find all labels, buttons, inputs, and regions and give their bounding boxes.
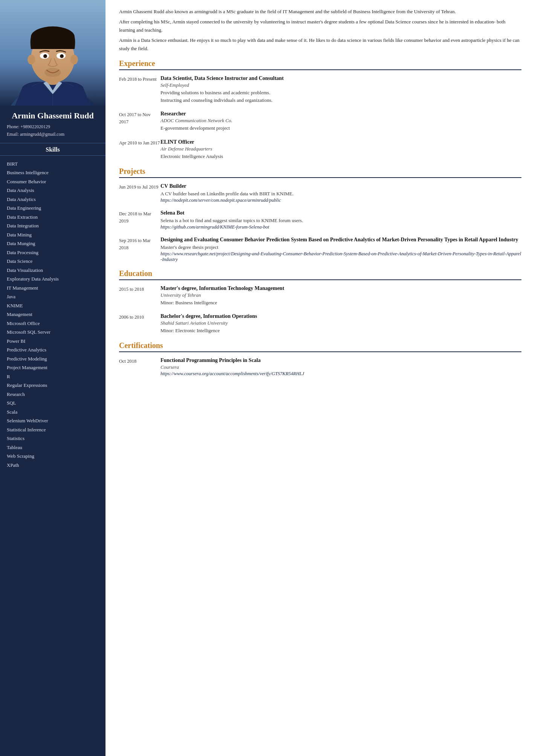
entry-title: Designing and Evaluating Consumer Behavi… [160, 237, 521, 243]
entry-date: 2015 to 2018 [119, 285, 160, 307]
entry-body: Bachelor's degree, Information Operation… [160, 313, 521, 334]
projects-section-header: Projects [119, 167, 521, 178]
entry-title: Master's degree, Information Technology … [160, 285, 521, 291]
skill-item: XPath [7, 461, 99, 470]
entry-subtitle: Air Defense Headquarters [160, 146, 521, 152]
entry-subtitle: Coursera [160, 364, 521, 370]
skill-item: SQL [7, 399, 99, 408]
email-line: Email: armingrudd@gmail.com [7, 130, 99, 138]
skill-item: Data Science [7, 257, 99, 266]
skill-item: R [7, 372, 99, 381]
entry-title: CV Builder [160, 183, 521, 189]
entry-date: Apr 2010 to Jan 2017 [119, 139, 160, 160]
skill-item: Statistical Inference [7, 425, 99, 434]
svg-point-11 [45, 55, 46, 56]
entry-title: Data Scientist, Data Science Instructor … [160, 75, 521, 81]
entry-title: Functional Programming Principles in Sca… [160, 357, 521, 363]
skill-item: Data Mining [7, 230, 99, 239]
skill-item: Data Munging [7, 239, 99, 248]
entry-title: Researcher [160, 111, 521, 117]
entry-date: Feb 2018 to Present [119, 75, 160, 104]
entry-desc: Selena is a bot to find and suggest simi… [160, 217, 521, 224]
skill-item: IT Management [7, 284, 99, 293]
svg-point-13 [44, 68, 61, 77]
skill-item: Data Extraction [7, 213, 99, 222]
entry-row: Apr 2010 to Jan 2017ELINT OfficerAir Def… [119, 139, 521, 160]
entry-title: Selena Bot [160, 210, 521, 216]
entry-date: Jun 2019 to Jul 2019 [119, 183, 160, 203]
skill-item: KNIME [7, 301, 99, 310]
entry-date: Oct 2017 to Nov 2017 [119, 111, 160, 132]
entry-subtitle: Self-Employed [160, 82, 521, 88]
skill-item: Data Integration [7, 221, 99, 230]
entry-date: Sep 2016 to Mar 2018 [119, 237, 160, 262]
contact-info: Phone: +989022020129 Email: armingrudd@g… [0, 123, 105, 143]
phone-line: Phone: +989022020129 [7, 123, 99, 130]
skill-item: Consumer Behavior [7, 177, 99, 186]
bio-paragraph-2: After completing his MSc, Armin stayed c… [119, 18, 521, 34]
skill-item: Data Visualization [7, 266, 99, 275]
entry-body: ELINT OfficerAir Defense HeadquartersEle… [160, 139, 521, 160]
email-label: Email: [7, 132, 19, 137]
skill-item: Research [7, 390, 99, 399]
skill-item: Data Engineering [7, 204, 99, 213]
svg-point-12 [61, 55, 63, 56]
entry-subtitle: Shahid Sattari Aviation University [160, 320, 521, 326]
bio-section: Armin Ghassemi Rudd also known as arming… [119, 8, 521, 52]
phone-value: +989022020129 [20, 124, 50, 129]
education-entries: 2015 to 2018Master's degree, Information… [119, 285, 521, 334]
profile-photo [0, 0, 105, 106]
entry-desc: Minor: Electronic Intelligence [160, 327, 521, 334]
entry-row: Feb 2018 to PresentData Scientist, Data … [119, 75, 521, 104]
entry-link[interactable]: https://nodepit.com/server/com.nodepit.s… [160, 198, 521, 203]
certifications-entries: Oct 2018Functional Programming Principle… [119, 357, 521, 377]
sidebar: Armin Ghassemi Rudd Phone: +989022020129… [0, 0, 105, 756]
entry-date: Oct 2018 [119, 357, 160, 377]
skill-item: Selenium WebDriver [7, 416, 99, 425]
skills-list: BIRTBusiness IntelligenceConsumer Behavi… [0, 157, 105, 477]
skill-item: Java [7, 292, 99, 301]
entry-link[interactable]: https://github.com/armingrudd/KNIME-foru… [160, 224, 521, 230]
experience-section-header: Experience [119, 59, 521, 70]
skill-item: Power BI [7, 337, 99, 346]
skill-item: Tableau [7, 443, 99, 452]
entry-body: Selena BotSelena is a bot to find and su… [160, 210, 521, 230]
entry-link[interactable]: https://www.coursera.org/account/accompl… [160, 371, 521, 377]
skill-item: Scala [7, 408, 99, 417]
entry-row: Jun 2019 to Jul 2019CV BuilderA CV build… [119, 183, 521, 203]
skill-item: Microsoft Office [7, 319, 99, 328]
entry-title: ELINT Officer [160, 139, 521, 145]
entry-body: CV BuilderA CV builder based on LinkedIn… [160, 183, 521, 203]
entry-body: Master's degree, Information Technology … [160, 285, 521, 307]
phone-label: Phone: [7, 124, 19, 129]
entry-row: Oct 2018Functional Programming Principle… [119, 357, 521, 377]
skill-item: Data Processing [7, 248, 99, 257]
entry-desc: E-government development project [160, 124, 521, 132]
resume-page: Armin Ghassemi Rudd Phone: +989022020129… [0, 0, 535, 756]
entry-row: Oct 2017 to Nov 2017ResearcherADOC Commu… [119, 111, 521, 132]
entry-desc: Electronic Intelligence Analysis [160, 153, 521, 160]
svg-point-6 [70, 55, 78, 64]
entry-link[interactable]: https://www.researchgate.net/project/Des… [160, 251, 521, 262]
entry-date: 2006 to 2010 [119, 313, 160, 334]
education-section-header: Education [119, 269, 521, 280]
photo-svg [0, 0, 105, 106]
skill-item: Data Analysis [7, 186, 99, 195]
skill-item: Data Analytics [7, 195, 99, 204]
skill-item: Predictive Analytics [7, 345, 99, 354]
entry-subtitle: ADOC Communication Network Co. [160, 118, 521, 124]
bio-paragraph-1: Armin Ghassemi Rudd also known as arming… [119, 8, 521, 15]
skill-item: Business Intelligence [7, 168, 99, 177]
entry-body: Data Scientist, Data Science Instructor … [160, 75, 521, 104]
email-value: armingrudd@gmail.com [20, 132, 64, 137]
entry-body: Designing and Evaluating Consumer Behavi… [160, 237, 521, 262]
skill-item: Management [7, 310, 99, 319]
skill-item: Exploratory Data Analysis [7, 274, 99, 284]
entry-desc: Master's degree thesis project [160, 244, 521, 251]
entry-desc: A CV builder based on LinkedIn profile d… [160, 190, 521, 198]
entry-subtitle: University of Tehran [160, 292, 521, 298]
profile-photo-container [0, 0, 105, 106]
bio-paragraph-3: Armin is a Data Science enthusiast. He e… [119, 36, 521, 52]
entry-desc: Providing solutions to business and acad… [160, 89, 521, 104]
projects-entries: Jun 2019 to Jul 2019CV BuilderA CV build… [119, 183, 521, 262]
